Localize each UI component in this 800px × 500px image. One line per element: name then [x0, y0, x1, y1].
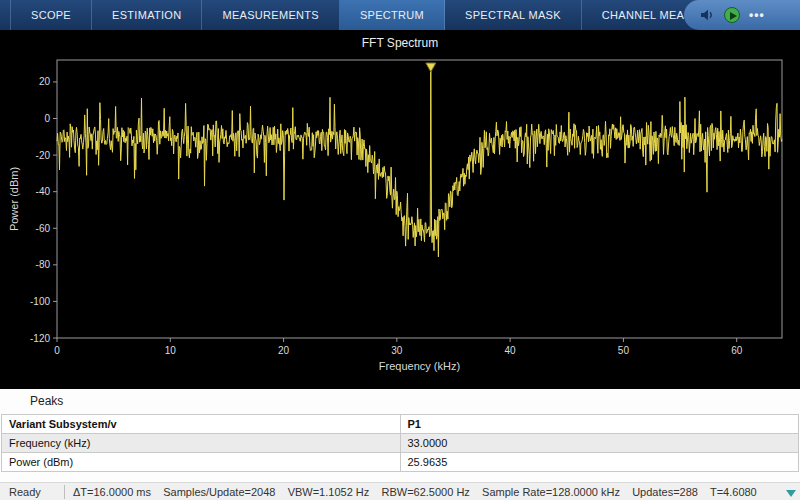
chart-title: FFT Spectrum — [0, 36, 800, 50]
y-axis-label: Power (dBm) — [8, 139, 20, 259]
y-tick-label: -60 — [36, 223, 51, 234]
tab-estimation[interactable]: ESTIMATION — [92, 0, 202, 30]
x-tick-label: 50 — [618, 345, 630, 356]
tab-spectrum[interactable]: SPECTRUM — [340, 0, 445, 30]
tab-measurements[interactable]: MEASUREMENTS — [202, 0, 340, 30]
scope-area: FFT Spectrum Power (dBm) 010203040506020… — [0, 30, 800, 389]
y-tick-label: 20 — [39, 76, 51, 87]
x-tick-label: 30 — [391, 345, 403, 356]
run-button[interactable] — [724, 7, 740, 23]
toolbar-tabs: SCOPE ESTIMATION MEASUREMENTS SPECTRUM S… — [0, 0, 777, 30]
peaks-panel: Peaks Variant Subsystem/v P1 Frequency (… — [0, 389, 800, 482]
y-tick-label: 0 — [44, 113, 50, 124]
scroll-down-icon[interactable] — [786, 490, 796, 497]
status-bar: Ready ΔT=16.0000 ms Samples/Update=2048 … — [0, 482, 800, 500]
x-tick-label: 20 — [278, 345, 290, 356]
peaks-panel-title: Peaks — [30, 394, 800, 408]
peaks-table-header-source: Variant Subsystem/v — [2, 415, 401, 434]
y-tick-label: -100 — [30, 296, 50, 307]
speaker-icon[interactable] — [699, 7, 715, 23]
toolbar: SCOPE ESTIMATION MEASUREMENTS SPECTRUM S… — [0, 0, 800, 30]
x-tick-label: 60 — [731, 345, 743, 356]
status-ready-text: Ready — [0, 486, 64, 498]
y-tick-label: -20 — [36, 150, 51, 161]
table-row: Power (dBm) 25.9635 — [2, 453, 799, 472]
peaks-table: Variant Subsystem/v P1 Frequency (kHz) 3… — [1, 414, 799, 472]
y-tick-label: -40 — [36, 186, 51, 197]
tab-scope[interactable]: SCOPE — [10, 0, 92, 30]
peak-frequency-value: 33.0000 — [400, 434, 799, 453]
spectrum-plot: 0102030405060200-20-40-60-80-100-120 — [0, 30, 800, 385]
tab-spectral-mask[interactable]: SPECTRAL MASK — [445, 0, 582, 30]
toolbar-quick-actions: ••• — [684, 0, 800, 30]
x-tick-label: 10 — [165, 345, 177, 356]
spectrum-analyzer-window: SCOPE ESTIMATION MEASUREMENTS SPECTRUM S… — [0, 0, 800, 500]
y-tick-label: -120 — [30, 333, 50, 344]
x-axis-label: Frequency (kHz) — [57, 360, 782, 372]
x-tick-label: 40 — [505, 345, 517, 356]
table-row: Frequency (kHz) 33.0000 — [2, 434, 799, 453]
y-tick-label: -80 — [36, 259, 51, 270]
more-options-button[interactable]: ••• — [749, 0, 765, 30]
status-info-text: ΔT=16.0000 ms Samples/Update=2048 VBW=1.… — [65, 486, 800, 498]
peak-power-label: Power (dBm) — [2, 453, 401, 472]
plot-area — [57, 60, 782, 338]
peak-frequency-label: Frequency (kHz) — [2, 434, 401, 453]
peak-power-value: 25.9635 — [400, 453, 799, 472]
x-tick-label: 0 — [54, 345, 60, 356]
peaks-table-header-row: Variant Subsystem/v P1 — [2, 415, 799, 434]
peaks-table-header-p1: P1 — [400, 415, 799, 434]
